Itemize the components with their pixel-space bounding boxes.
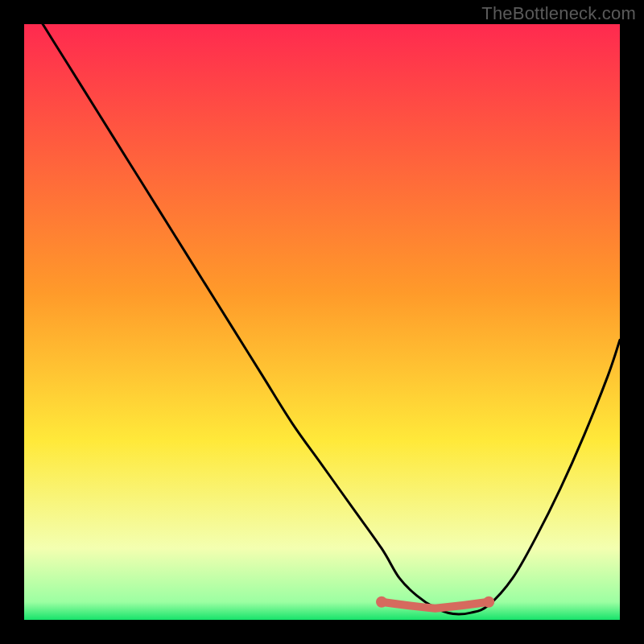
chart-frame: TheBottleneck.com [0,0,644,644]
gradient-background [24,24,620,620]
chart-plot [24,24,620,620]
optimal-left-dot [376,597,387,608]
optimal-right-dot [483,597,494,608]
watermark-text: TheBottleneck.com [481,3,636,24]
chart-svg [24,24,620,620]
